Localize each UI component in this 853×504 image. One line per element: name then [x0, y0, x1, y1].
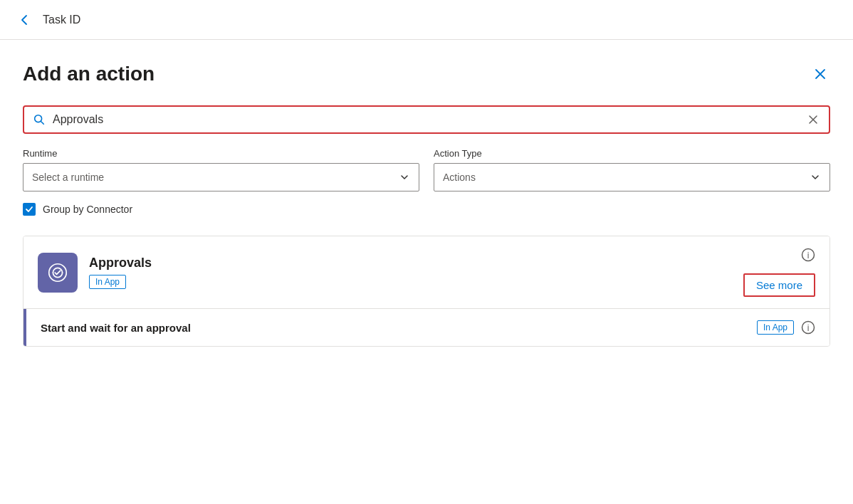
search-icon [33, 113, 46, 126]
action-type-value: Actions [443, 172, 476, 183]
action-badges: In App i [757, 320, 815, 335]
chevron-down-icon [399, 172, 410, 183]
search-clear-button[interactable] [806, 112, 820, 127]
runtime-label: Runtime [23, 148, 419, 159]
action-info-icon[interactable]: i [801, 320, 815, 335]
svg-point-0 [35, 115, 42, 122]
svg-text:i: i [807, 323, 810, 333]
approvals-icon [46, 261, 69, 284]
connector-info: Approvals In App [89, 256, 743, 289]
action-type-select[interactable]: Actions [434, 163, 830, 191]
connector-action-buttons: i See more [743, 248, 815, 297]
action-type-filter-group: Action Type Actions [434, 148, 830, 191]
back-arrow-icon [17, 13, 31, 27]
header: Task ID [0, 0, 853, 40]
search-input[interactable] [53, 113, 806, 126]
action-name: Start and wait for an approval [41, 322, 757, 334]
connector-section: Approvals In App i See more Start and wa… [23, 236, 830, 347]
group-by-connector-checkbox[interactable] [23, 203, 36, 216]
clear-icon [807, 114, 819, 125]
checkmark-icon [25, 205, 33, 214]
connector-name: Approvals [89, 256, 743, 271]
filters-row: Runtime Select a runtime Action Type Act… [23, 148, 830, 191]
close-icon [813, 67, 827, 81]
close-dialog-button[interactable] [810, 64, 830, 84]
see-more-button[interactable]: See more [743, 273, 815, 297]
action-in-app-badge: In App [757, 320, 794, 335]
connector-in-app-badge: In App [89, 275, 126, 289]
group-by-connector-label: Group by Connector [43, 204, 132, 215]
chevron-down-icon-2 [810, 172, 821, 183]
connector-header: Approvals In App i See more [23, 236, 830, 309]
search-container [23, 105, 830, 134]
page-title: Add an action [23, 63, 155, 85]
runtime-select[interactable]: Select a runtime [23, 163, 419, 191]
action-type-label: Action Type [434, 148, 830, 159]
connector-icon [38, 253, 78, 293]
connector-info-icon[interactable]: i [801, 248, 815, 262]
main-content: Add an action Runtime Select a runti [0, 40, 853, 364]
back-button[interactable] [14, 10, 34, 30]
runtime-filter-group: Runtime Select a runtime [23, 148, 419, 191]
title-row: Add an action [23, 63, 830, 85]
action-row[interactable]: Start and wait for an approval In App i [23, 309, 830, 346]
runtime-placeholder: Select a runtime [32, 172, 104, 183]
header-title: Task ID [43, 14, 80, 26]
checkbox-row: Group by Connector [23, 203, 830, 216]
svg-text:i: i [807, 251, 810, 261]
